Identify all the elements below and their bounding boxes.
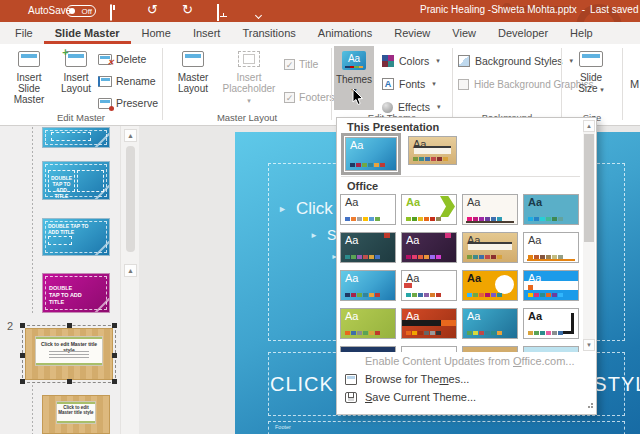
dropdown-menu: Enable Content Updates from Office.com..…	[337, 352, 596, 406]
tab-animations[interactable]: Animations	[307, 22, 383, 44]
selection-handle[interactable]	[112, 323, 117, 328]
scroll-down-button[interactable]: ▼	[583, 339, 595, 351]
layout-thumbnail-magenta-title[interactable]: DOUBLE TAP TO ADD TITLE	[42, 273, 110, 313]
panel-scrollbar[interactable]: ▲ ▲	[120, 126, 139, 434]
customize-quick-access-button[interactable]	[256, 6, 261, 22]
theme-thumbnail[interactable]: Aa	[523, 308, 579, 339]
theme-thumbnail[interactable]: Aa	[340, 308, 396, 339]
selection-handle[interactable]	[67, 323, 72, 328]
theme-thumbnail[interactable]: Aa	[462, 270, 518, 301]
tab-file[interactable]: File	[4, 22, 44, 44]
ribbon-tabs: FileSlide MasterHomeInsertTransitionsAni…	[0, 22, 640, 44]
theme-thumbnail[interactable]: Aa	[462, 232, 518, 263]
theme-aa-label: Aa	[528, 234, 541, 246]
tab-home[interactable]: Home	[131, 22, 182, 44]
scrollbar-thumb[interactable]	[126, 146, 135, 252]
theme-thumbnail[interactable]: Aa	[401, 194, 457, 225]
footer-text: Footer	[275, 424, 291, 430]
theme-accent-tab	[445, 233, 451, 238]
theme-thumbnail[interactable]: Aa	[401, 270, 457, 301]
layout-thumbnail-wood-layout[interactable]: Click to edit Master title style	[42, 395, 110, 434]
save-current-theme[interactable]: Save Current Theme...	[337, 388, 596, 406]
delete-button[interactable]: ✕ Delete	[98, 51, 146, 67]
theme-aa-label: Aa	[467, 196, 480, 208]
redo-button[interactable]: ↻	[182, 2, 193, 18]
theme-swatches	[528, 255, 563, 259]
theme-thumbnail[interactable]: Aa	[462, 308, 518, 339]
insert-slide-master-icon	[18, 51, 40, 67]
theme-thumbnail[interactable]: Aa	[345, 137, 397, 171]
mouse-cursor	[352, 88, 364, 106]
theme-swatches	[345, 293, 380, 297]
theme-aa-label: Aa	[528, 272, 541, 284]
theme-thumbnail[interactable]: Aa	[340, 194, 396, 225]
slide-size-button[interactable]: SlideSize ▾	[568, 47, 614, 95]
theme-thumbnail[interactable]: Aa	[523, 232, 579, 263]
rename-button[interactable]: Rename	[98, 73, 156, 89]
ribbon: Insert SlideMaster + InsertLayout ✕ Dele…	[0, 44, 640, 126]
theme-thumbnail[interactable]: Aa	[462, 194, 518, 225]
theme-thumbnail[interactable]: Aa	[408, 136, 457, 165]
preserve-button[interactable]: Preserve	[98, 95, 158, 111]
scrollbar-thumb[interactable]	[584, 134, 594, 242]
theme-aa-label: Aa	[528, 310, 542, 322]
scroll-up-button[interactable]: ▲	[124, 129, 137, 142]
tab-transitions[interactable]: Transitions	[231, 22, 306, 44]
browse-for-themes[interactable]: Browse for Themes...	[337, 370, 596, 388]
selection-handle[interactable]	[20, 323, 25, 328]
selection-handle[interactable]	[112, 379, 117, 384]
theme-thumbnail[interactable]: Aa	[340, 270, 396, 301]
theme-aa-label: Aa	[406, 196, 420, 208]
group-separator	[452, 48, 453, 120]
dropdown-scrollbar[interactable]: ▲ ▼	[583, 120, 595, 351]
theme-swatches	[350, 163, 385, 167]
fonts-button[interactable]: A Fonts▾	[382, 76, 436, 92]
selection-handle[interactable]	[20, 379, 25, 384]
fonts-icon: A	[382, 78, 394, 90]
browse-icon	[345, 374, 357, 385]
theme-aa-label: Aa	[406, 272, 419, 284]
selection-handle[interactable]	[67, 379, 72, 384]
layout-thumbnail-blue-title[interactable]: DOUBLE TAP TO ADD TITLE	[42, 218, 110, 256]
saved-status[interactable]: Last saved by user	[590, 4, 640, 15]
theme-thumbnail[interactable]: Aa	[523, 194, 579, 225]
master-layout-button[interactable]: MasterLayout	[170, 47, 216, 94]
colors-button[interactable]: Colors▾	[382, 53, 440, 69]
tab-slide-master[interactable]: Slide Master	[44, 22, 131, 44]
theme-aa-label: Aa	[467, 234, 480, 246]
this-presentation-themes: AaAa	[341, 133, 457, 171]
autosave-toggle[interactable]: Off	[66, 5, 96, 17]
theme-swatches	[528, 217, 563, 221]
selection-handle[interactable]	[20, 353, 25, 358]
start-slideshow-button[interactable]	[217, 5, 219, 21]
save-button[interactable]	[110, 5, 112, 21]
theme-swatches	[467, 255, 502, 259]
resize-grip[interactable]	[584, 403, 593, 412]
slide-number: 2	[7, 320, 13, 332]
effects-icon	[382, 102, 393, 113]
undo-button[interactable]: ↺	[147, 2, 158, 18]
tab-review[interactable]: Review	[383, 22, 441, 44]
theme-thumbnail[interactable]: Aa	[401, 232, 457, 263]
layout-thumbnail-blue-two-box[interactable]: DOUBLE TAP TO ADD TITLE	[42, 161, 110, 200]
tab-help[interactable]: Help	[559, 22, 604, 44]
scroll-button[interactable]: ▲	[124, 264, 137, 277]
background-styles-button[interactable]: Background Styles▾	[458, 53, 573, 69]
layout-thumbnail-wood-master[interactable]: Click to edit Master title style	[25, 328, 113, 380]
scroll-up-button[interactable]: ▲	[583, 120, 595, 132]
tab-insert[interactable]: Insert	[182, 22, 232, 44]
selection-handle[interactable]	[112, 353, 117, 358]
theme-thumbnail[interactable]: Aa	[340, 232, 396, 263]
preserve-icon	[98, 98, 112, 109]
theme-thumbnail[interactable]: Aa	[523, 270, 579, 301]
layout-thumbnail-blue-partial[interactable]	[42, 127, 110, 148]
bullet-arrow-icon: ►	[310, 231, 318, 240]
tab-developer[interactable]: Developer	[487, 22, 559, 44]
tab-view[interactable]: View	[441, 22, 487, 44]
insert-layout-button[interactable]: + InsertLayout	[56, 47, 96, 94]
section-header-this-presentation: This Presentation	[347, 121, 439, 133]
footer-placeholder[interactable]: Footer	[268, 421, 625, 434]
insert-placeholder-button: InsertPlaceholder ▾	[220, 47, 278, 106]
insert-slide-master-button[interactable]: Insert SlideMaster	[6, 47, 52, 105]
theme-thumbnail[interactable]: Aa	[401, 308, 457, 339]
